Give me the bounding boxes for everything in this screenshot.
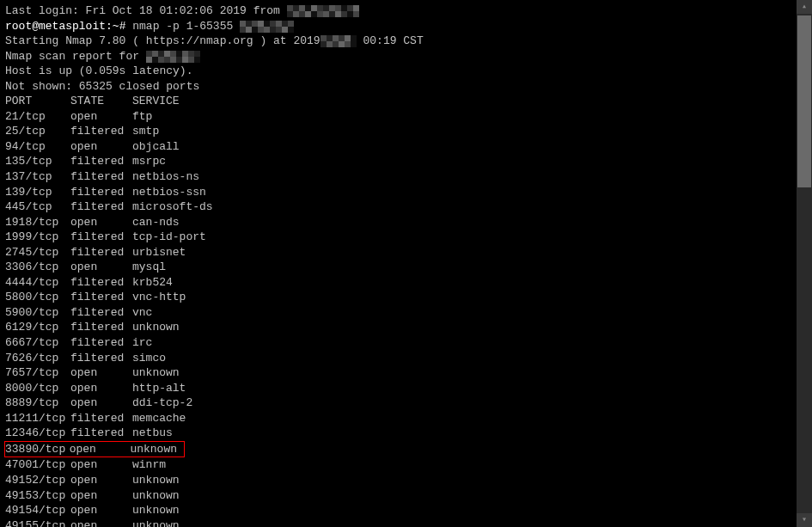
port-cell: 4444/tcp [5,275,70,291]
state-cell: open [70,365,132,381]
port-cell: 49153/tcp [5,488,70,504]
scrollbar-track[interactable]: ▴ ▾ [797,0,812,527]
service-cell: unknown [130,442,177,457]
state-cell: open [70,457,132,473]
prompt-line-1: root@metasploit:~# nmap -p 1-65355 [5,19,791,34]
port-cell: 6667/tcp [5,335,70,351]
table-row: 3306/tcpopenmysql [5,260,791,275]
table-row: 137/tcpfilterednetbios-ns [5,169,791,185]
table-header: PORT STATE SERVICE [5,94,791,109]
service-cell: unknown [132,473,791,488]
state-cell: open [70,260,132,275]
service-cell: http-alt [132,381,791,396]
starting-line: Starting Nmap 7.80 ( https://nmap.org ) … [5,34,791,49]
scan-report-line: Nmap scan report for [5,49,791,64]
scrollbar-up-button[interactable]: ▴ [797,0,812,14]
service-cell: msrpc [132,154,791,169]
state-cell: filtered [70,335,132,351]
state-cell: open [70,139,132,155]
service-cell: winrm [132,457,791,473]
state-cell: open [70,395,132,411]
last-login-line: Last login: Fri Oct 18 01:02:06 2019 fro… [5,3,791,19]
state-cell: open [70,503,132,518]
scrollbar-down-button[interactable]: ▾ [797,513,812,527]
service-cell: netbus [132,426,791,441]
table-row: 7626/tcpfilteredsimco [5,351,791,366]
chevron-up-icon: ▴ [802,1,807,13]
table-row: 33890/tcpopenunknown [5,442,177,457]
port-cell: 49155/tcp [5,518,70,527]
table-row: 8000/tcpopenhttp-alt [5,381,791,396]
port-cell: 445/tcp [5,199,70,215]
table-row: 6129/tcpfilteredunknown [5,320,791,335]
table-row: 135/tcpfilteredmsrpc [5,154,791,169]
port-cell: 49152/tcp [5,473,70,488]
service-cell: unknown [132,320,791,335]
table-row: 49152/tcpopenunknown [5,473,791,488]
service-cell: vnc [132,305,791,321]
port-cell: 135/tcp [5,154,70,169]
table-row: 7657/tcpopenunknown [5,365,791,381]
state-cell: open [70,381,132,396]
port-cell: 8000/tcp [5,381,70,396]
col-port-header: PORT [5,94,70,109]
service-cell: objcall [132,139,791,155]
state-cell: filtered [70,275,132,291]
port-cell: 2745/tcp [5,245,70,260]
scrollbar-thumb[interactable] [797,15,811,187]
port-cell: 139/tcp [5,185,70,200]
port-cell: 49154/tcp [5,503,70,518]
table-row: 5900/tcpfilteredvnc [5,305,791,321]
port-cell: 25/tcp [5,124,70,139]
col-state-header: STATE [70,94,132,109]
service-cell: unknown [132,365,791,381]
port-cell: 33890/tcp [5,442,70,457]
port-cell: 8889/tcp [5,395,70,411]
state-cell: filtered [70,305,132,321]
state-cell: filtered [70,230,132,245]
state-cell: filtered [70,426,132,441]
state-cell: filtered [70,185,132,200]
service-cell: unknown [132,518,791,527]
col-service-header: SERVICE [132,94,791,109]
service-cell: mysql [132,260,791,275]
port-cell: 1999/tcp [5,230,70,245]
state-cell: filtered [70,154,132,169]
service-cell: microsoft-ds [132,199,791,215]
table-row: 94/tcpopenobjcall [5,139,791,155]
port-cell: 21/tcp [5,109,70,125]
state-cell: open [70,473,132,488]
state-cell: filtered [70,169,132,185]
port-cell: 6129/tcp [5,320,70,335]
service-cell: urbisnet [132,245,791,260]
port-cell: 5800/tcp [5,290,70,305]
service-cell: can-nds [132,215,791,230]
table-row: 5800/tcpfilteredvnc-http [5,290,791,305]
state-cell: filtered [70,290,132,305]
service-cell: netbios-ns [132,169,791,185]
service-cell: vnc-http [132,290,791,305]
chevron-down-icon: ▾ [802,514,807,526]
table-row: 6667/tcpfilteredirc [5,335,791,351]
terminal-output[interactable]: Last login: Fri Oct 18 01:02:06 2019 fro… [0,0,796,527]
highlighted-row: 33890/tcpopenunknown [4,441,185,458]
table-row: 11211/tcpfilteredmemcache [5,411,791,426]
state-cell: open [70,109,132,125]
scan-report-text: Nmap scan report for [5,50,146,63]
state-cell: filtered [70,320,132,335]
starting-tail: 00:19 CST [357,34,424,47]
port-cell: 7657/tcp [5,365,70,381]
table-row: 445/tcpfilteredmicrosoft-ds [5,199,791,215]
service-cell: ddi-tcp-2 [132,395,791,411]
state-cell: filtered [70,124,132,139]
table-row: 139/tcpfilterednetbios-ssn [5,185,791,200]
service-cell: tcp-id-port [132,230,791,245]
service-cell: memcache [132,411,791,426]
nmap-command: nmap -p 1-65355 [132,20,240,33]
port-cell: 94/tcp [5,139,70,155]
service-cell: krb524 [132,275,791,291]
state-cell: filtered [70,411,132,426]
port-cell: 11211/tcp [5,411,70,426]
state-cell: open [70,518,132,527]
port-cell: 137/tcp [5,169,70,185]
